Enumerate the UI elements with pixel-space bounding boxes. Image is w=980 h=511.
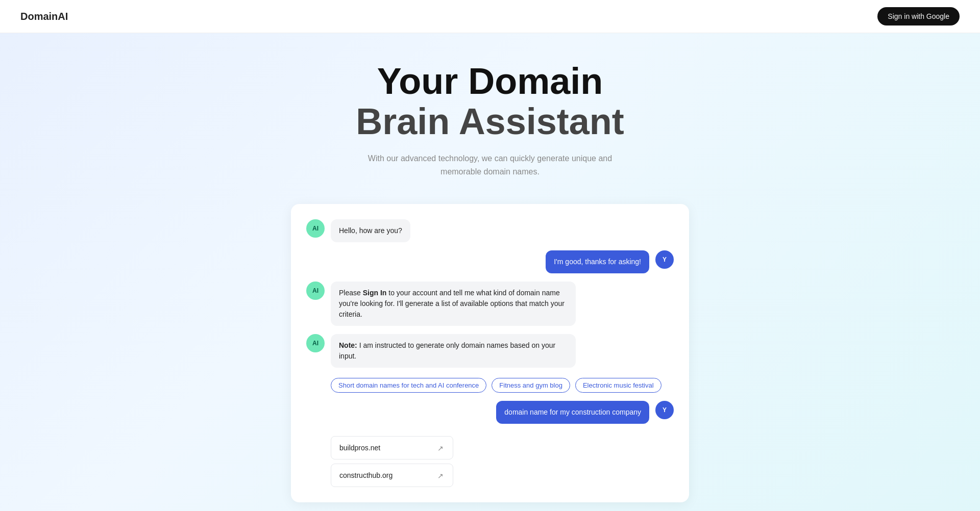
user-bubble-1: I'm good, thanks for asking! (546, 250, 649, 273)
chip-fitness[interactable]: Fitness and gym blog (492, 378, 570, 393)
hero-section: Your Domain Brain Assistant With our adv… (346, 36, 634, 194)
external-link-icon-1 (437, 444, 445, 451)
note-bold: Note: (339, 341, 357, 349)
user-bubble-2: domain name for my construction company (496, 401, 649, 424)
ai-avatar-1: AI (306, 219, 325, 238)
hero-title-line2: Brain Assistant (356, 101, 624, 142)
domain-results: buildpros.net constructhub.org (331, 436, 674, 487)
hero-title-line1: Your Domain (377, 61, 603, 101)
header: DomainAI Sign in with Google (0, 0, 980, 33)
suggestion-chips: Short domain names for tech and AI confe… (331, 378, 674, 393)
sign-in-button[interactable]: Sign in with Google (877, 7, 960, 25)
sign-in-bold: Sign In (363, 289, 387, 297)
main-content: Your Domain Brain Assistant With our adv… (0, 0, 980, 511)
hero-subtitle: With our advanced technology, we can qui… (362, 152, 618, 178)
chat-container: AI Hello, how are you? Y I'm good, thank… (291, 204, 689, 502)
message-row-4: AI Note: I am instructed to generate onl… (306, 334, 674, 368)
ai-avatar-2: AI (306, 282, 325, 300)
chat-messages: AI Hello, how are you? Y I'm good, thank… (306, 219, 674, 487)
message-row-2: Y I'm good, thanks for asking! (306, 250, 674, 273)
chip-tech[interactable]: Short domain names for tech and AI confe… (331, 378, 486, 393)
logo: DomainAI (20, 11, 68, 22)
external-link-icon-2 (437, 472, 445, 479)
chip-music[interactable]: Electronic music festival (575, 378, 662, 393)
message-row-5: Y domain name for my construction compan… (306, 401, 674, 424)
message-row-3: AI Please Sign In to your account and te… (306, 282, 674, 326)
user-avatar-2: Y (655, 401, 674, 419)
domain-item-1[interactable]: buildpros.net (331, 436, 453, 459)
user-avatar-1: Y (655, 250, 674, 269)
domain-name-1: buildpros.net (339, 444, 380, 452)
domain-name-2: constructhub.org (339, 471, 393, 479)
ai-bubble-3: Note: I am instructed to generate only d… (331, 334, 576, 368)
ai-bubble-1: Hello, how are you? (331, 219, 410, 242)
ai-avatar-3: AI (306, 334, 325, 352)
message-row-1: AI Hello, how are you? (306, 219, 674, 242)
hero-title: Your Domain Brain Assistant (356, 61, 624, 142)
ai-bubble-2: Please Sign In to your account and tell … (331, 282, 576, 326)
domain-item-2[interactable]: constructhub.org (331, 464, 453, 487)
